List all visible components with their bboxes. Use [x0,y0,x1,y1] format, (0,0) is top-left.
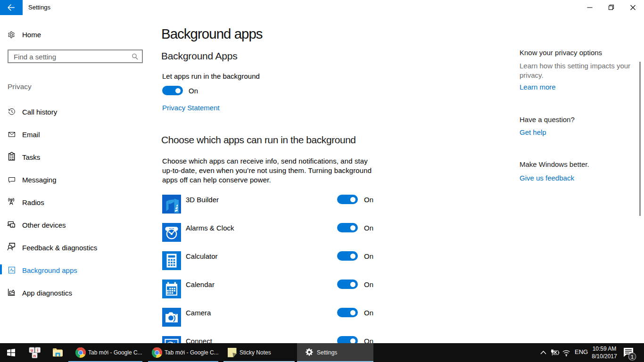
svg-text:1: 1 [631,354,634,360]
svg-text:u: u [31,348,33,353]
svg-text:i: i [37,348,39,353]
svg-text:n: n [33,354,36,358]
